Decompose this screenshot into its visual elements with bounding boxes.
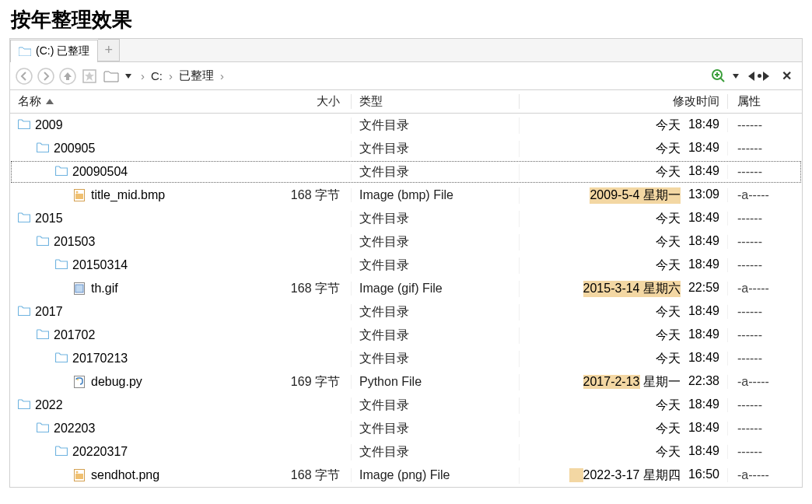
folder-icon bbox=[55, 259, 68, 271]
cell-name: 20220317 bbox=[10, 445, 262, 459]
chevron-down-icon[interactable] bbox=[733, 74, 739, 79]
file-list: 2009文件目录今天18:49------200905文件目录今天18:49--… bbox=[10, 114, 802, 487]
nav-arrows[interactable] bbox=[748, 72, 769, 81]
folder-row[interactable]: 20170213文件目录今天18:49------ bbox=[10, 347, 802, 370]
col-attr-header[interactable]: 属性 bbox=[727, 94, 797, 109]
time-text: 22:59 bbox=[688, 281, 719, 297]
cell-attr: ------ bbox=[727, 328, 797, 342]
col-type-header[interactable]: 类型 bbox=[351, 94, 519, 109]
folder-icon bbox=[18, 399, 30, 411]
cell-attr: ------ bbox=[727, 422, 797, 436]
file-row[interactable]: title_mid.bmp168 字节Image (bmp) File2009-… bbox=[10, 184, 802, 207]
cell-type: 文件目录 bbox=[351, 327, 519, 344]
cell-date: 今天18:49 bbox=[519, 397, 727, 414]
zoom-add-icon[interactable] bbox=[711, 68, 726, 84]
cell-name: 20170213 bbox=[10, 352, 262, 366]
file-row[interactable]: debug.py169 字节Python File2017-2-13 星期一22… bbox=[10, 370, 802, 394]
svg-rect-9 bbox=[75, 194, 83, 199]
toolbar-right: ✕ bbox=[711, 68, 797, 84]
column-header: 名称 大小 类型 修改时间 属性 bbox=[10, 90, 802, 114]
nav-back-button[interactable] bbox=[15, 67, 33, 86]
cell-attr: -a----- bbox=[727, 282, 797, 296]
file-row[interactable]: th.gif168 字节Image (gif) File2015-3-14 星期… bbox=[10, 277, 802, 300]
cell-attr: -a----- bbox=[727, 188, 797, 202]
date-text: 今天 bbox=[656, 164, 681, 180]
cell-name: sendhot.png bbox=[10, 468, 262, 482]
folder-icon bbox=[37, 236, 49, 248]
nav-forward-button[interactable] bbox=[37, 67, 55, 86]
tab-add-button[interactable]: + bbox=[98, 39, 120, 61]
arrow-left-icon[interactable] bbox=[748, 72, 754, 81]
folder-icon bbox=[37, 142, 49, 155]
favorites-button[interactable] bbox=[80, 67, 99, 86]
breadcrumb-drive[interactable]: C: bbox=[151, 69, 163, 82]
time-text: 16:50 bbox=[688, 467, 719, 484]
breadcrumb-sep: › bbox=[169, 69, 173, 82]
cell-type: 文件目录 bbox=[351, 304, 519, 320]
svg-point-0 bbox=[16, 68, 32, 84]
cell-type: Python File bbox=[351, 375, 519, 389]
arrow-right-icon[interactable] bbox=[763, 72, 769, 81]
cell-date: 今天18:49 bbox=[519, 257, 727, 274]
folder-icon bbox=[18, 119, 30, 131]
cell-type: 文件目录 bbox=[351, 117, 519, 134]
cell-type: 文件目录 bbox=[351, 211, 519, 227]
folder-nav-icon[interactable] bbox=[102, 67, 121, 86]
chevron-down-icon[interactable] bbox=[125, 74, 131, 79]
cell-name: 200905 bbox=[10, 142, 262, 156]
folder-row[interactable]: 20090504文件目录今天18:49------ bbox=[10, 160, 802, 184]
folder-row[interactable]: 200905文件目录今天18:49------ bbox=[10, 137, 802, 160]
cell-size: 168 字节 bbox=[262, 467, 351, 484]
cell-date: 2015-3-14 星期六22:59 bbox=[519, 281, 727, 297]
time-text: 18:49 bbox=[688, 211, 719, 227]
cell-name: 20090504 bbox=[10, 165, 262, 179]
file-name: 2022 bbox=[35, 398, 63, 412]
cell-type: Image (png) File bbox=[351, 468, 519, 482]
folder-icon bbox=[55, 352, 68, 365]
file-name: 20170213 bbox=[72, 352, 128, 366]
folder-row[interactable]: 201702文件目录今天18:49------ bbox=[10, 324, 802, 347]
nav-up-button[interactable] bbox=[58, 67, 77, 86]
file-name: 201702 bbox=[54, 328, 95, 342]
cell-date: 今天18:49 bbox=[519, 234, 727, 250]
cell-attr: ------ bbox=[727, 445, 797, 459]
folder-row[interactable]: 20220317文件目录今天18:49------ bbox=[10, 440, 802, 464]
breadcrumb[interactable]: › C: › 已整理 › bbox=[141, 68, 224, 83]
cell-date: 今天18:49 bbox=[519, 211, 727, 227]
cell-attr: ------ bbox=[727, 305, 797, 319]
cell-date: 今天18:49 bbox=[519, 117, 727, 134]
cell-attr: ------ bbox=[727, 258, 797, 272]
date-text: 2015-3-14 星期六 bbox=[583, 281, 681, 297]
folder-row[interactable]: 2017文件目录今天18:49------ bbox=[10, 300, 802, 324]
breadcrumb-folder[interactable]: 已整理 bbox=[179, 68, 214, 83]
file-name: 20220317 bbox=[72, 445, 128, 459]
close-button[interactable]: ✕ bbox=[779, 68, 794, 84]
folder-row[interactable]: 201503文件目录今天18:49------ bbox=[10, 230, 802, 254]
folder-row[interactable]: 2009文件目录今天18:49------ bbox=[10, 114, 802, 137]
time-text: 18:49 bbox=[688, 421, 719, 437]
file-name: sendhot.png bbox=[91, 468, 159, 482]
date-text: 2017-2-13 星期一 bbox=[583, 374, 681, 390]
folder-row[interactable]: 202203文件目录今天18:49------ bbox=[10, 417, 802, 440]
file-name: th.gif bbox=[91, 282, 118, 296]
folder-icon bbox=[18, 306, 30, 318]
cell-size: 168 字节 bbox=[262, 187, 351, 204]
time-text: 18:49 bbox=[688, 444, 719, 460]
folder-row[interactable]: 20150314文件目录今天18:49------ bbox=[10, 254, 802, 277]
cell-name: 20150314 bbox=[10, 258, 262, 272]
date-text: 今天 bbox=[656, 444, 681, 460]
cell-date: 今天18:49 bbox=[519, 421, 727, 437]
tab-active[interactable]: (C:) 已整理 bbox=[10, 40, 98, 62]
cell-date: 今天18:49 bbox=[519, 141, 727, 157]
folder-row[interactable]: 2015文件目录今天18:49------ bbox=[10, 207, 802, 230]
cell-name: 2022 bbox=[10, 398, 262, 412]
file-row[interactable]: sendhot.png168 字节Image (png) File 2022-3… bbox=[10, 464, 802, 487]
col-size-header[interactable]: 大小 bbox=[262, 94, 351, 109]
tab-label: (C:) 已整理 bbox=[36, 44, 89, 58]
time-text: 18:49 bbox=[688, 304, 719, 320]
tab-bar: (C:) 已整理 + bbox=[10, 39, 802, 62]
col-name-header[interactable]: 名称 bbox=[10, 94, 262, 109]
folder-row[interactable]: 2022文件目录今天18:49------ bbox=[10, 394, 802, 417]
col-date-header[interactable]: 修改时间 bbox=[519, 94, 727, 109]
file-manager-window: (C:) 已整理 + › C: › 已整理 › bbox=[9, 38, 803, 488]
